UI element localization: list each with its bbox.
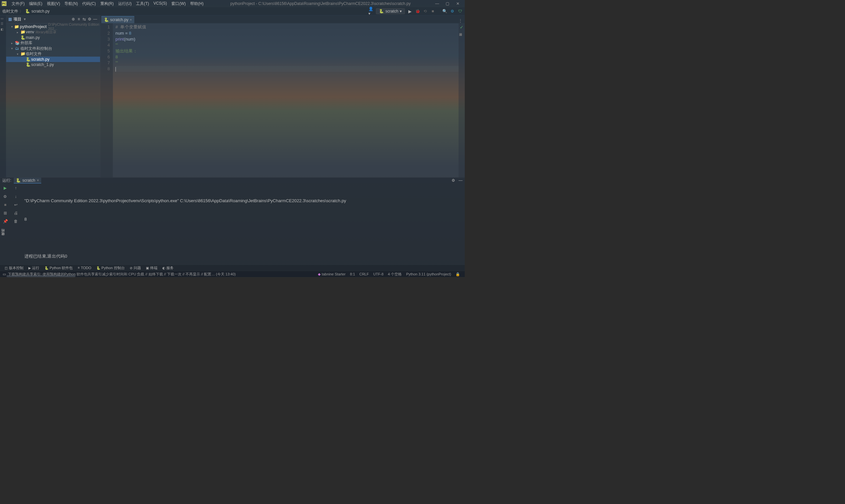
- breadcrumb-item[interactable]: scratch.py: [31, 9, 50, 14]
- close-icon[interactable]: ✕: [456, 1, 459, 6]
- layout-button[interactable]: ⊞: [2, 210, 8, 216]
- tree-scratches-folder[interactable]: ▾📁 临时文件: [6, 51, 100, 57]
- terminal-tab[interactable]: ▣终端: [143, 266, 160, 270]
- expand-all-icon[interactable]: ≡: [76, 17, 82, 21]
- panel-title[interactable]: 项目: [14, 17, 21, 22]
- gear-icon[interactable]: ⚙: [452, 178, 455, 183]
- tree-label: scratch.py: [31, 57, 50, 62]
- main-area: ▭ ☰ ◧ ▦ 项目 ▾ ⊕ ≡ ⇆ ⚙ — ▾📁 pythonProject: [0, 15, 465, 178]
- tree-label: venv: [26, 30, 34, 34]
- collapse-all-icon[interactable]: ⇆: [82, 17, 87, 21]
- python-console-tab[interactable]: 🐍Python 控制台: [94, 266, 127, 270]
- file-encoding[interactable]: UTF-8: [371, 272, 386, 276]
- bookmark-tool-icon[interactable]: ◧: [1, 28, 6, 32]
- menu-item[interactable]: 重构(R): [98, 1, 116, 6]
- menu-item[interactable]: 编辑(E): [27, 1, 45, 6]
- commit-tool-icon[interactable]: ☰: [1, 22, 6, 26]
- run-tab[interactable]: 🐍 scratch ×: [14, 178, 41, 183]
- tree-file-scratch[interactable]: 🐍 scratch.py: [6, 57, 100, 62]
- soft-wrap-button[interactable]: ↩: [13, 202, 19, 208]
- run-config-selector[interactable]: 🐍 scratch ▾: [376, 8, 405, 14]
- up-button[interactable]: ↑: [13, 185, 19, 191]
- tree-label: main.py: [26, 35, 40, 40]
- breadcrumb-item[interactable]: 临时文件: [2, 8, 18, 14]
- cursor-position[interactable]: 8:1: [348, 272, 357, 276]
- output-result: 8: [24, 216, 461, 222]
- check-icon[interactable]: ✓: [458, 23, 465, 30]
- menu-item[interactable]: VCS(S): [151, 1, 169, 6]
- gear-icon[interactable]: ⚙: [87, 17, 92, 21]
- minimize-icon[interactable]: —: [435, 1, 439, 6]
- menu-item[interactable]: 视图(V): [45, 1, 63, 6]
- run-settings-button[interactable]: ⚙: [2, 194, 8, 200]
- chevron-down-icon[interactable]: ▾: [24, 17, 26, 21]
- delete-button[interactable]: 🗑: [13, 219, 19, 224]
- bottom-toolbar: ◫版本控制 ▶运行 🐍Python 软件包 ≡TODO 🐍Python 控制台 …: [0, 265, 465, 271]
- indent-setting[interactable]: 4 个空格: [386, 272, 404, 277]
- favorites-tab[interactable]: 收藏: [0, 237, 6, 238]
- tab-more-icon[interactable]: ⋮: [458, 18, 465, 23]
- status-icon[interactable]: ▭: [3, 272, 6, 276]
- shield-icon[interactable]: 🛡: [457, 8, 462, 14]
- menu-item[interactable]: 文件(F): [10, 1, 27, 6]
- menu-item[interactable]: 帮助(H): [188, 1, 206, 6]
- titlebar: PC 文件(F)编辑(E)视图(V)导航(N)代码(C)重构(R)运行(U)工具…: [0, 0, 465, 7]
- breadcrumb[interactable]: 临时文件 〉 🐍 scratch.py: [2, 8, 50, 14]
- left-tool-gutter: ▭ ☰ ◧: [0, 15, 6, 178]
- stop-button[interactable]: ■: [430, 8, 435, 14]
- project-tool-icon[interactable]: ▭: [1, 17, 6, 21]
- user-icon[interactable]: 👤▾: [368, 8, 373, 14]
- lock-icon[interactable]: 🔒: [453, 272, 462, 276]
- tabnine-status[interactable]: ◆tabnine Starter: [316, 272, 348, 276]
- project-tree[interactable]: ▾📁 pythonProject D:\PyCharm Community Ed…: [6, 23, 100, 68]
- menu-item[interactable]: 运行(U): [116, 1, 134, 6]
- close-icon[interactable]: ×: [37, 178, 39, 183]
- output-exit: 进程已结束,退出代码0: [24, 253, 461, 259]
- ide-settings-icon[interactable]: ⚙: [450, 8, 455, 14]
- tree-external[interactable]: ▸📚 外部库: [6, 40, 100, 46]
- project-panel: ▦ 项目 ▾ ⊕ ≡ ⇆ ⚙ — ▾📁 pythonProject D:\PyC…: [6, 15, 100, 178]
- tree-file-scratch1[interactable]: 🐍 scratch_1.py: [6, 62, 100, 68]
- tree-root[interactable]: ▾📁 pythonProject D:\PyCharm Community Ed…: [6, 24, 100, 30]
- navbar: 临时文件 〉 🐍 scratch.py 👤▾ 🐍 scratch ▾ ▶ 🐞 ⟲…: [0, 7, 465, 15]
- python-interpreter[interactable]: Python 3.11 (pythonProject): [404, 272, 454, 276]
- code-editor[interactable]: 12345678 # 单个变量赋值num = 8print(num)'''输出结…: [100, 23, 465, 178]
- chevron-down-icon: ▾: [400, 9, 402, 14]
- editor-tab[interactable]: 🐍 scratch.py ×: [101, 16, 134, 23]
- maximize-icon[interactable]: ▢: [446, 1, 450, 6]
- stop-button[interactable]: ■: [2, 202, 8, 208]
- print-button[interactable]: 🖨: [13, 210, 19, 216]
- python-packages-tab[interactable]: 🐍Python 软件包: [42, 266, 75, 270]
- vcs-tab[interactable]: ◫版本控制: [2, 266, 26, 270]
- todo-tab[interactable]: ≡TODO: [75, 266, 94, 270]
- menu-item[interactable]: 工具(T): [134, 1, 151, 6]
- tree-scratches-root[interactable]: ▾🗂 临时文件和控制台: [6, 46, 100, 52]
- run-button[interactable]: ▶: [407, 8, 412, 14]
- structure-tab[interactable]: 结构: [0, 234, 6, 235]
- menu-item[interactable]: 导航(N): [63, 1, 80, 6]
- coverage-button[interactable]: ⟲: [423, 8, 427, 14]
- rerun-button[interactable]: ▶: [2, 185, 8, 191]
- code-content[interactable]: # 单个变量赋值num = 8print(num)'''输出结果：8''': [113, 23, 458, 178]
- pin-button[interactable]: 📌: [2, 219, 8, 224]
- search-icon[interactable]: 🔍: [442, 8, 447, 14]
- project-view-icon[interactable]: ▦: [8, 17, 12, 21]
- tree-label: pythonProject: [20, 24, 47, 29]
- debug-button[interactable]: 🐞: [415, 8, 420, 14]
- line-ending[interactable]: CRLF: [357, 272, 371, 276]
- hide-icon[interactable]: —: [458, 178, 462, 183]
- problems-tab[interactable]: ⊘问题: [127, 266, 143, 270]
- menu-item[interactable]: 窗口(W): [169, 1, 188, 6]
- run-output[interactable]: "D:\PyCharm Community Edition 2022.3\pyt…: [21, 183, 465, 273]
- services-tab[interactable]: ◐服务: [160, 266, 176, 270]
- close-icon[interactable]: ×: [130, 18, 132, 22]
- hide-icon[interactable]: —: [92, 17, 98, 21]
- python-file-icon: 🐍: [25, 9, 30, 14]
- target-icon[interactable]: ⊕: [71, 17, 76, 21]
- menu-item[interactable]: 代码(C): [80, 1, 98, 6]
- tree-label: 外部库: [20, 40, 32, 46]
- tree-file-main[interactable]: 🐍 main.py: [6, 35, 100, 40]
- down-button[interactable]: ↓: [13, 194, 19, 200]
- line-gutter: 12345678: [100, 23, 113, 178]
- run-tab[interactable]: ▶运行: [26, 266, 42, 270]
